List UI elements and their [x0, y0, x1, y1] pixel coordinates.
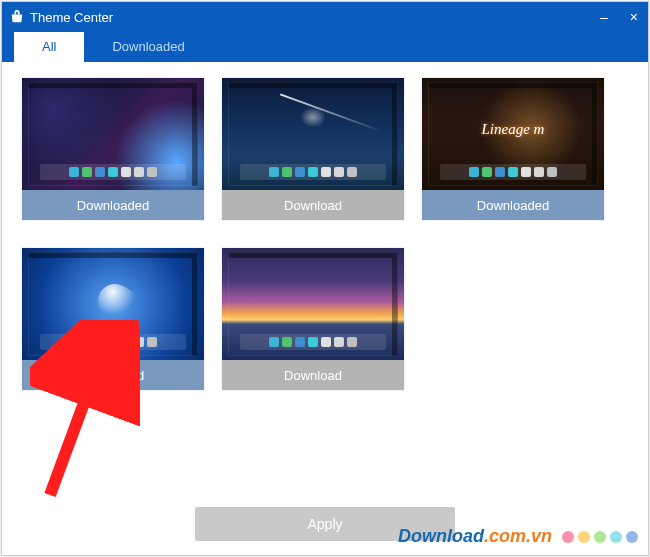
- tab-downloaded[interactable]: Downloaded: [84, 32, 212, 62]
- tabbar: All Downloaded: [2, 32, 648, 62]
- theme-card[interactable]: Download: [222, 78, 404, 220]
- apply-label: Apply: [307, 516, 342, 532]
- theme-thumbnail: [222, 248, 404, 360]
- theme-card[interactable]: Lineage m Downloaded: [422, 78, 604, 220]
- window-controls: – ×: [596, 2, 642, 32]
- theme-inner-logo: Lineage m: [422, 121, 604, 138]
- theme-status: Downloaded: [422, 190, 604, 220]
- status-label: Downloaded: [477, 198, 549, 213]
- store-icon: [10, 10, 24, 24]
- check-icon: [82, 367, 95, 383]
- status-label: Applied: [101, 368, 144, 383]
- window-title: Theme Center: [30, 10, 113, 25]
- status-label: Download: [284, 368, 342, 383]
- status-label: Download: [284, 198, 342, 213]
- apply-button[interactable]: Apply: [195, 507, 455, 541]
- theme-card[interactable]: Applied: [22, 248, 204, 390]
- theme-thumbnail: [22, 248, 204, 360]
- theme-grid: Downloaded Download Lineage m Downloaded: [2, 62, 648, 410]
- tab-all[interactable]: All: [14, 32, 84, 62]
- footer: Apply: [2, 497, 648, 555]
- theme-status: Downloaded: [22, 190, 204, 220]
- theme-thumbnail: [22, 78, 204, 190]
- theme-status: Download: [222, 360, 404, 390]
- theme-thumbnail: [222, 78, 404, 190]
- theme-thumbnail: Lineage m: [422, 78, 604, 190]
- status-label: Downloaded: [77, 198, 149, 213]
- minimize-button[interactable]: –: [596, 7, 612, 27]
- titlebar[interactable]: Theme Center – ×: [2, 2, 648, 32]
- theme-status: Download: [222, 190, 404, 220]
- theme-status: Applied: [22, 360, 204, 390]
- theme-card[interactable]: Downloaded: [22, 78, 204, 220]
- window: Theme Center – × All Downloaded Download…: [1, 1, 649, 556]
- theme-card[interactable]: Download: [222, 248, 404, 390]
- close-button[interactable]: ×: [626, 7, 642, 27]
